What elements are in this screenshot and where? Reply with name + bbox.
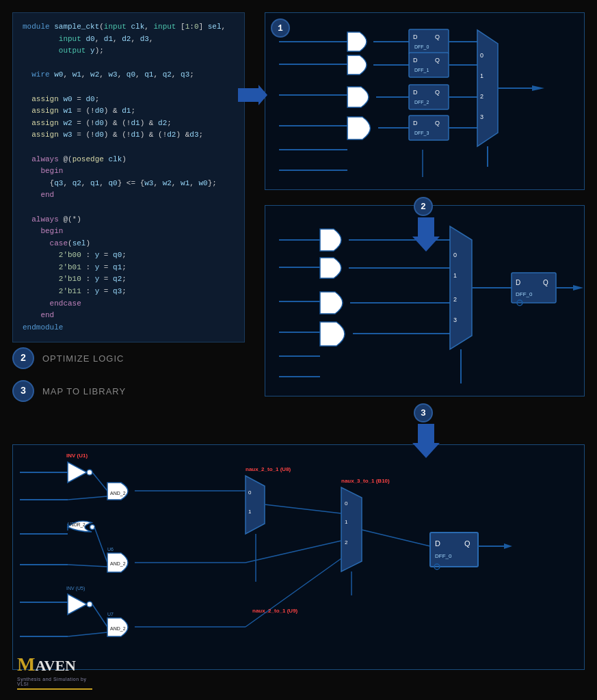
svg-text:0: 0 xyxy=(480,52,483,59)
svg-text:NOR_2: NOR_2 xyxy=(70,522,85,528)
svg-text:D: D xyxy=(413,33,418,40)
svg-text:DFF_2: DFF_2 xyxy=(414,100,429,105)
svg-text:INV (U1): INV (U1) xyxy=(66,453,88,459)
svg-text:3: 3 xyxy=(453,317,457,323)
code-line-8: assign w1 = (!d0) & d1; xyxy=(23,105,235,118)
svg-line-92 xyxy=(92,604,107,627)
diagram-1-svg: D Q DFF_0 D Q DFF_1 D Q DFF_2 D Q DFF_3 … xyxy=(265,13,585,191)
code-line-21: 2'b01 : y = q1; xyxy=(23,262,235,274)
svg-text:Q: Q xyxy=(435,89,440,96)
svg-text:AND_2: AND_2 xyxy=(110,561,126,567)
code-line-15: end xyxy=(23,189,235,202)
svg-line-110 xyxy=(362,530,430,546)
diagram-3-svg: INV (U1) U4 AND_2 U2 NOR_2 U6 AND_2 INV … xyxy=(13,445,585,671)
svg-marker-87 xyxy=(68,594,87,615)
svg-text:1: 1 xyxy=(345,519,348,525)
svg-text:INV (U5): INV (U5) xyxy=(66,586,85,591)
svg-marker-64 xyxy=(573,285,583,291)
svg-line-77 xyxy=(92,472,107,491)
diagram-3: INV (U1) U4 AND_2 U2 NOR_2 U6 AND_2 INV … xyxy=(12,444,585,670)
svg-text:2: 2 xyxy=(345,539,348,546)
svg-line-106 xyxy=(265,504,341,513)
svg-text:1: 1 xyxy=(453,272,457,279)
svg-point-88 xyxy=(87,602,92,607)
code-line-12: always @(posedge clk) xyxy=(23,154,235,166)
svg-text:D: D xyxy=(413,89,418,96)
svg-text:0: 0 xyxy=(248,489,252,496)
code-line-19: case(sel) xyxy=(23,238,235,250)
logo-divider xyxy=(17,688,92,690)
svg-marker-38 xyxy=(532,85,544,91)
svg-text:DFF_0: DFF_0 xyxy=(414,44,429,50)
code-line-22: 2'b10 : y = q2; xyxy=(23,273,235,286)
code-line-5: wire w0, w1, w2, w3, q0, q1, q2, q3; xyxy=(23,69,235,81)
legend-text-3: MAP TO LIBRARY xyxy=(42,386,126,396)
svg-text:1: 1 xyxy=(248,509,252,515)
legend-item-2: 2 OPTIMIZE LOGIC xyxy=(12,347,238,369)
code-line-23: 2'b11 : y = q3; xyxy=(23,286,235,298)
svg-line-93 xyxy=(68,632,107,636)
svg-text:D: D xyxy=(413,57,418,64)
svg-text:2: 2 xyxy=(480,93,483,100)
svg-line-86 xyxy=(68,565,107,567)
svg-text:U7: U7 xyxy=(107,612,114,617)
svg-marker-51 xyxy=(450,226,472,349)
svg-text:D: D xyxy=(435,539,440,548)
svg-text:3: 3 xyxy=(480,113,483,120)
step-badge-1: 1 xyxy=(271,18,290,38)
svg-text:Q: Q xyxy=(435,120,440,126)
svg-text:0: 0 xyxy=(345,500,348,507)
code-line-25: end xyxy=(23,310,235,322)
svg-text:AND_2: AND_2 xyxy=(110,626,126,632)
svg-text:naux_2_to_1 (U8): naux_2_to_1 (U8) xyxy=(246,466,291,472)
svg-text:DFF_0: DFF_0 xyxy=(516,291,533,297)
svg-text:DFF_3: DFF_3 xyxy=(414,131,429,136)
code-line-3: output y); xyxy=(23,45,235,57)
legend-circle-2: 2 xyxy=(12,347,34,369)
svg-text:2: 2 xyxy=(453,296,457,303)
svg-marker-40 xyxy=(412,217,440,252)
svg-text:naux_3_to_1 (B10): naux_3_to_1 (B10) xyxy=(341,478,390,484)
svg-text:Q: Q xyxy=(435,57,440,64)
svg-text:Q: Q xyxy=(543,279,548,286)
svg-point-73 xyxy=(87,470,92,475)
legend-circle-3: 3 xyxy=(12,380,34,402)
svg-text:AND_2: AND_2 xyxy=(110,491,126,496)
arrow-down-1: 2 xyxy=(412,197,440,255)
svg-marker-30 xyxy=(477,30,498,146)
step-badge-3: 3 xyxy=(414,403,433,422)
legend-text-2: OPTIMIZE LOGIC xyxy=(42,353,124,364)
svg-rect-111 xyxy=(430,533,478,567)
svg-text:0: 0 xyxy=(453,252,457,258)
svg-marker-39 xyxy=(238,85,267,105)
code-line-26: endmodule xyxy=(23,322,235,334)
code-line-13: begin xyxy=(23,165,235,178)
svg-text:Q: Q xyxy=(464,539,470,548)
code-line-2: input d0, d1, d2, d3, xyxy=(23,33,235,46)
svg-text:naux_2_to_1 (U9): naux_2_to_1 (U9) xyxy=(252,608,298,614)
svg-point-80 xyxy=(90,525,95,530)
code-line-24: endcase xyxy=(23,298,235,310)
svg-text:DFF_1: DFF_1 xyxy=(414,68,429,73)
arrow-right-1 xyxy=(235,81,269,112)
code-panel: module sample_ckt(input clk, input [1:0]… xyxy=(12,12,245,342)
svg-marker-116 xyxy=(504,543,512,549)
svg-marker-72 xyxy=(68,462,87,483)
code-line-10: assign w3 = (!d0) & (!d1) & (!d2) &d3; xyxy=(23,129,235,142)
svg-text:1: 1 xyxy=(480,72,483,79)
svg-text:Q: Q xyxy=(435,33,440,40)
code-line-20: 2'b00 : y = q0; xyxy=(23,250,235,262)
svg-text:D: D xyxy=(413,120,418,126)
code-line-7: assign w0 = d0; xyxy=(23,94,235,106)
code-line-1: module sample_ckt(input clk, input [1:0]… xyxy=(23,21,235,33)
code-line-14: {q3, q2, q1, q0} <= {w3, w2, w1, w0}; xyxy=(23,178,235,190)
svg-rect-57 xyxy=(512,273,556,303)
svg-marker-65 xyxy=(412,424,440,458)
logo-subtitle: Synthesis and Simulation by VLSI xyxy=(17,677,99,686)
code-line-17: always @(*) xyxy=(23,214,235,226)
arrow-down-2: 3 xyxy=(412,403,440,461)
svg-text:D: D xyxy=(516,279,520,286)
logo-brand: MAVEN xyxy=(17,654,99,675)
logo: MAVEN Synthesis and Simulation by VLSI xyxy=(17,654,99,690)
svg-line-78 xyxy=(68,496,107,500)
